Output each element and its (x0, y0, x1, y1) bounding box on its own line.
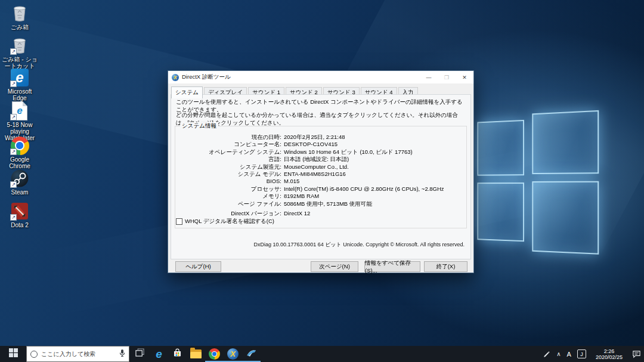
shortcut-arrow-icon: ↗ (10, 148, 17, 155)
hidden-icons-chevron-icon[interactable]: ∧ (553, 346, 564, 362)
dxdiag-version-text: DxDiag 10.00.17763.0001 64 ビット Unicode. … (254, 241, 465, 249)
field-row: ページ ファイル:5086MB 使用中, 5713MB 使用可能 (180, 200, 462, 208)
taskbar-app-microsoft-store[interactable] (168, 346, 187, 362)
help-button[interactable]: ヘルプ(H) (175, 261, 221, 272)
shortcut-arrow-icon: ↗ (10, 48, 17, 55)
system-info-fields: 現在の日時:2020年2月25日, 2:21:48 コンピューター名:DESKT… (180, 134, 462, 217)
windows-logo-wallpaper (477, 107, 600, 263)
microsoft-store-icon (172, 348, 182, 360)
desktop-icon-label: Google Chrome (1, 156, 38, 169)
whql-checkbox[interactable] (176, 218, 182, 225)
field-row: システム モデル:ENTA-MI84M8S2H1G16 (180, 171, 462, 178)
recycle-bin-icon (10, 4, 29, 23)
taskbar-clock[interactable]: 2:26 2020/02/25 (589, 346, 629, 362)
pen-workspace-icon[interactable] (540, 346, 553, 362)
windows-start-icon (9, 348, 18, 360)
file-explorer-icon (190, 349, 202, 358)
title-bar[interactable]: X DirectX 診断ツール — ❐ ✕ (168, 71, 473, 83)
field-row: コンピューター名:DESKTOP-C1OV415 (180, 141, 462, 148)
shortcut-arrow-icon: ↗ (10, 81, 17, 87)
exit-button[interactable]: 終了(X) (424, 261, 467, 272)
microphone-icon[interactable] (119, 349, 125, 360)
close-button[interactable]: ✕ (456, 71, 473, 83)
desktop-icon-recycle-bin-shortcut[interactable]: ↗ ごみ箱 - ショートカット (1, 36, 38, 69)
taskbar-app-file-explorer[interactable] (187, 346, 205, 362)
clock-date: 2020/02/25 (596, 354, 623, 360)
clock-time: 2:26 (596, 348, 623, 354)
shortcut-arrow-icon: ↗ (10, 181, 17, 188)
taskbar-app-paint-swoosh[interactable] (242, 346, 261, 362)
taskbar-app-microsoft-edge[interactable]: e (150, 346, 168, 362)
system-info-groupbox: システム情報 現在の日時:2020年2月25日, 2:21:48 コンピューター… (175, 126, 467, 228)
taskbar-app-dxdiag[interactable]: X (224, 346, 242, 362)
field-row: プロセッサ:Intel(R) Core(TM) i5-8400 CPU @ 2.… (180, 185, 462, 193)
paint-swoosh-icon (246, 347, 257, 361)
next-page-button[interactable]: 次ページ(N) (311, 261, 358, 272)
edge-document-icon: e ↗ (10, 101, 29, 120)
task-view-button[interactable] (129, 346, 150, 362)
field-row: メモリ:8192MB RAM (180, 193, 462, 200)
desktop-icon-dota-2[interactable]: ↗ Dota 2 (1, 202, 38, 228)
cortana-icon (30, 351, 38, 358)
ime-mode-indicator[interactable]: A (564, 346, 574, 362)
desktop-icon-google-chrome[interactable]: ↗ Google Chrome (1, 136, 38, 169)
dxdiag-app-icon: X (227, 348, 239, 360)
window-title: DirectX 診断ツール (182, 73, 231, 81)
desktop-icon-recycle-bin[interactable]: ごみ箱 (1, 4, 38, 30)
microsoft-edge-icon: e ↗ (10, 68, 29, 87)
desktop-icon-label: Microsoft Edge (1, 88, 38, 101)
desktop-icon-steam[interactable]: ↗ Steam (1, 169, 38, 196)
steam-icon: ↗ (10, 169, 29, 188)
system-tab-page: このツールを使用すると、インストールされている DirectX コンポーネントや… (171, 94, 471, 259)
dota-2-icon: ↗ (10, 202, 29, 221)
google-chrome-icon: ↗ (10, 136, 29, 155)
whql-checkbox-label: WHQL デジタル署名を確認する(C) (185, 218, 274, 225)
field-row: 言語:日本語 (地域設定: 日本語) (180, 156, 462, 163)
field-row: 現在の日時:2020年2月25日, 2:21:48 (180, 134, 462, 141)
task-view-icon (135, 348, 144, 360)
field-row: システム製造元:MouseComputer Co., Ltd. (180, 163, 462, 171)
search-input[interactable] (41, 351, 116, 357)
shortcut-arrow-icon: ↗ (10, 214, 17, 221)
windows-logo-pane (477, 182, 524, 242)
whql-checkbox-row[interactable]: WHQL デジタル署名を確認する(C) (176, 218, 274, 225)
field-row: オペレーティング システム:Windows 10 Home 64 ビット (10… (180, 148, 462, 156)
system-tray: ∧ A J 2:26 2020/02/25 (540, 346, 644, 362)
taskbar-app-google-chrome[interactable] (205, 346, 224, 362)
ime-language-icon[interactable]: J (574, 346, 589, 362)
desktop-icon-label: ごみ箱 - ショートカット (1, 56, 38, 69)
field-row: BIOS:M.015 (180, 178, 462, 185)
desktop-icon-label: Steam (11, 189, 29, 196)
desktop-icon-label: Dota 2 (11, 222, 28, 228)
taskbar: e X ∧ A (0, 346, 644, 362)
windows-logo-pane (532, 181, 599, 255)
minimize-button[interactable]: — (420, 71, 438, 83)
groupbox-title: システム情報 (180, 122, 218, 130)
action-center-icon[interactable] (629, 346, 644, 362)
save-all-info-button[interactable]: 情報をすべて保存(S)... (364, 261, 420, 272)
intro-text-2: どの分野が問題を起こしているか分かっている場合は、適当なタブをクリックしてくださ… (176, 112, 466, 127)
recycle-bin-icon: ↗ (10, 36, 29, 55)
google-chrome-icon (209, 348, 220, 360)
windows-logo-pane (532, 110, 599, 174)
windows-logo-pane (477, 120, 524, 176)
taskbar-search-box[interactable] (26, 346, 129, 362)
maximize-button: ❐ (438, 71, 456, 83)
dxdiag-app-icon: X (172, 74, 179, 81)
desktop-icon-microsoft-edge[interactable]: e ↗ Microsoft Edge (1, 68, 38, 101)
dxdiag-window: X DirectX 診断ツール — ❐ ✕ システム ディスプレイ サウンド 1… (168, 70, 474, 273)
desktop: ごみ箱 ↗ ごみ箱 - ショートカット e ↗ Microsoft Edge e… (0, 0, 644, 362)
desktop-icon-label: ごみ箱 (11, 24, 29, 30)
tab-system[interactable]: システム (171, 86, 203, 98)
start-button[interactable] (0, 346, 26, 362)
microsoft-edge-icon: e (156, 348, 162, 361)
shortcut-arrow-icon: ↗ (10, 114, 17, 120)
field-row: DirectX バージョン:DirectX 12 (180, 210, 462, 217)
